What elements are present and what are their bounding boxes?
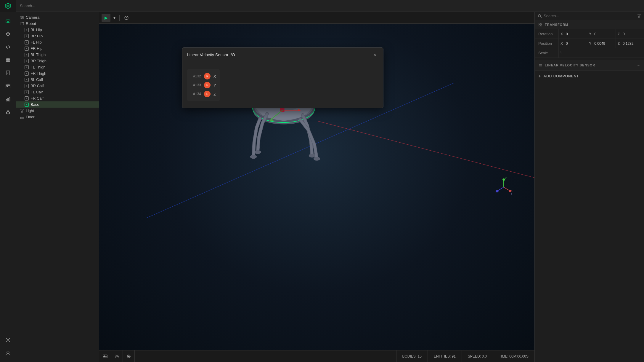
- sidebar-icon-chart[interactable]: [2, 93, 14, 105]
- viewport-status: BODIES: 15 ENTITIES: 91 SPEED: 0.0 TIME:…: [99, 350, 534, 362]
- position-z-input[interactable]: [621, 40, 639, 47]
- svg-point-30: [7, 351, 9, 353]
- tree-item-fr-hip[interactable]: + FR Hip: [16, 45, 99, 52]
- top-search-area: [16, 4, 644, 8]
- svg-point-33: [21, 110, 23, 111]
- io-row-y: #133 F Y: [191, 81, 216, 90]
- tree-label-base: Base: [30, 102, 39, 107]
- tree-item-fl-calf[interactable]: + FL Calf: [16, 89, 99, 95]
- status-info: BODIES: 15 ENTITIES: 91 SPEED: 0.0 TIME:…: [396, 350, 534, 362]
- sidebar-icon-code[interactable]: [2, 41, 14, 53]
- tree-label-br-thigh: BR Thigh: [30, 59, 46, 63]
- position-x-input[interactable]: [565, 40, 582, 47]
- logo: [0, 0, 16, 12]
- svg-line-62: [504, 187, 510, 191]
- cross-icon-br-thigh: +: [25, 59, 29, 63]
- status-settings-btn[interactable]: [111, 350, 123, 362]
- transform-icon: [538, 23, 542, 27]
- svg-point-48: [250, 155, 257, 159]
- play-button[interactable]: ▶: [102, 14, 110, 22]
- tree-item-bl-hip[interactable]: + BL Hip: [16, 27, 99, 33]
- svg-rect-21: [8, 98, 9, 101]
- tree-item-br-thigh[interactable]: + BR Thigh: [16, 58, 99, 64]
- svg-line-39: [317, 121, 534, 178]
- svg-point-47: [254, 150, 261, 154]
- tree-label-robot: Robot: [26, 21, 36, 26]
- sensor-section-header: LINEAR VELOCITY SENSOR ···: [535, 60, 644, 71]
- status-record-btn[interactable]: [123, 350, 135, 362]
- tree-item-br-hip[interactable]: + BR Hip: [16, 33, 99, 39]
- scene-3d[interactable]: Y X Z 2 Linear Velocity Sensor I/O: [99, 24, 534, 350]
- io-badge-z: F: [204, 91, 211, 97]
- tree-item-robot[interactable]: Robot: [16, 20, 99, 27]
- tree-label-fr-calf: FR Calf: [30, 96, 44, 101]
- play-dropdown-button[interactable]: ▾: [112, 14, 117, 22]
- tree-item-bl-calf[interactable]: + BL Calf: [16, 76, 99, 83]
- tree-item-floor[interactable]: Floor: [16, 114, 99, 120]
- rotation-x-input[interactable]: [565, 30, 582, 38]
- transform-section-header: TRANSFORM: [535, 20, 644, 29]
- folder-icon: [20, 22, 24, 26]
- svg-line-65: [498, 187, 504, 191]
- svg-marker-1: [7, 4, 9, 7]
- sidebar-icon-bookmark[interactable]: [2, 67, 14, 79]
- tree-item-fr-thigh[interactable]: + FR Thigh: [16, 70, 99, 76]
- svg-line-36: [23, 109, 24, 110]
- svg-line-6: [8, 45, 8, 49]
- modal-close-button[interactable]: ×: [371, 51, 378, 58]
- tree-item-fl-thigh[interactable]: + FL Thigh: [16, 64, 99, 70]
- position-x-field: X: [558, 39, 587, 48]
- svg-point-29: [7, 339, 9, 341]
- svg-rect-22: [9, 97, 10, 101]
- sidebar-icon-move[interactable]: [2, 28, 14, 40]
- history-button[interactable]: [122, 14, 131, 22]
- svg-text:X: X: [511, 189, 513, 192]
- floor-icon: [20, 115, 24, 119]
- io-table: #132 F X #133 F Y #134 F Z: [187, 69, 220, 101]
- rotation-z-field: Z: [616, 29, 644, 39]
- rotation-z-input[interactable]: [621, 30, 639, 38]
- sidebar-icon-home[interactable]: [2, 15, 14, 27]
- light-icon: [20, 109, 24, 113]
- status-time: TIME: 00M:00.00S: [493, 350, 534, 362]
- tree-item-camera[interactable]: Camera: [16, 14, 99, 20]
- tree-label-fr-hip: FR Hip: [30, 46, 42, 51]
- tree-label-fl-hip: FL Hip: [30, 40, 42, 44]
- cross-icon-br-calf: +: [25, 84, 29, 88]
- cross-icon-fl-hip: +: [25, 40, 29, 44]
- icon-sidebar: [0, 12, 16, 362]
- position-y-axis: Y: [587, 42, 593, 46]
- scale-input[interactable]: [559, 49, 582, 57]
- tree-item-bl-thigh[interactable]: + BL Thigh: [16, 52, 99, 58]
- sidebar-icon-user[interactable]: [2, 347, 14, 359]
- tree-item-br-calf[interactable]: + BR Calf: [16, 83, 99, 89]
- io-num-z: #134: [191, 92, 201, 96]
- tree-item-light[interactable]: Light: [16, 108, 99, 114]
- sidebar-icon-robot[interactable]: [2, 106, 14, 118]
- io-num-x: #132: [191, 74, 201, 78]
- io-num-y: #133: [191, 83, 201, 87]
- sensor-options-button[interactable]: ···: [637, 63, 640, 68]
- cross-icon-fl-calf: +: [25, 90, 29, 94]
- cross-icon-br-hip: +: [25, 34, 29, 38]
- sidebar-icon-settings[interactable]: [2, 334, 14, 346]
- svg-rect-79: [541, 25, 542, 26]
- position-y-input[interactable]: [593, 40, 611, 47]
- cross-icon-fl-thigh: +: [25, 65, 29, 69]
- transform-fields: Rotation X Y Z Position X Y: [535, 29, 644, 58]
- tree-item-base[interactable]: + Base: [16, 101, 99, 108]
- rotation-y-axis: Y: [587, 32, 593, 36]
- status-image-btn[interactable]: [99, 350, 111, 362]
- sidebar-icon-package[interactable]: [2, 54, 14, 66]
- tree-item-fr-calf[interactable]: + FR Calf: [16, 95, 99, 101]
- sidebar-bottom-icons: [2, 334, 14, 362]
- rotation-y-input[interactable]: [593, 30, 611, 38]
- rotation-x-field: X: [558, 29, 587, 39]
- svg-rect-78: [539, 25, 540, 26]
- tree-item-fl-hip[interactable]: + FL Hip: [16, 39, 99, 45]
- io-label-y: Y: [213, 83, 216, 87]
- right-search-input[interactable]: [544, 14, 635, 18]
- add-component-button[interactable]: + ADD COMPONENT: [535, 71, 644, 82]
- sidebar-icon-calendar[interactable]: [2, 80, 14, 92]
- top-search-input[interactable]: [20, 4, 79, 8]
